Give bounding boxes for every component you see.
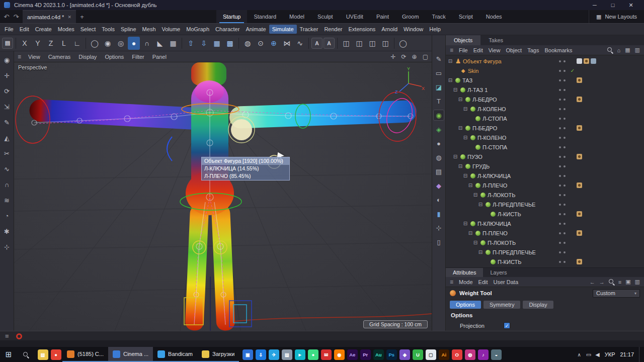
viewport[interactable]: Perspective Y X Z Объект Фигура [1920] (… bbox=[14, 62, 432, 331]
collapse-icon[interactable]: ⊟ bbox=[477, 202, 484, 207]
menu-create[interactable]: Create bbox=[32, 25, 55, 34]
mirror-tool-icon[interactable]: ⊙ bbox=[255, 37, 267, 50]
layout-tab-startup[interactable]: Startup bbox=[216, 10, 247, 23]
instagram-app-icon[interactable]: ◍ bbox=[465, 349, 475, 360]
object-tree-row[interactable]: ⊟П-ПРЕДПЛЕЧЬЕ bbox=[446, 247, 644, 257]
visibility-dots[interactable] bbox=[555, 108, 569, 110]
filter-icon[interactable]: ≡ bbox=[618, 279, 621, 285]
menu-file[interactable]: File bbox=[2, 25, 17, 34]
weight-paint-icon[interactable]: ● bbox=[128, 37, 140, 50]
axis-x-lock[interactable]: X bbox=[19, 37, 31, 50]
collapse-icon[interactable]: ⊟ bbox=[472, 192, 478, 198]
collapse-icon[interactable]: ⊟ bbox=[452, 154, 458, 159]
ring-tool-icon[interactable]: ◯ bbox=[89, 37, 101, 50]
layout-tab-paint[interactable]: Paint bbox=[370, 10, 395, 23]
grid-snap-icon[interactable]: ▦ bbox=[211, 37, 223, 50]
taskbar-app-bandicam[interactable]: Bandicam bbox=[153, 347, 197, 362]
objects-menu-edit[interactable]: Edit bbox=[473, 47, 483, 53]
render-picture-viewer-icon[interactable]: ◫ bbox=[353, 37, 365, 50]
layout-tab-model[interactable]: Model bbox=[283, 10, 311, 23]
collapse-icon[interactable]: ⊟ bbox=[462, 135, 468, 140]
uplay-app-icon[interactable]: U bbox=[413, 349, 423, 360]
object-tree-row[interactable]: ◆Skin✓ bbox=[446, 66, 644, 75]
menu-volume[interactable]: Volume bbox=[159, 25, 184, 34]
illustrator-app-icon[interactable]: Ai bbox=[439, 349, 449, 360]
material-sphere-icon[interactable]: ◯ bbox=[397, 37, 409, 50]
points-mode-icon[interactable]: ● bbox=[433, 138, 444, 149]
flag-tag-icon[interactable] bbox=[591, 58, 596, 64]
objects-burger-icon[interactable]: ≡ bbox=[450, 47, 453, 54]
forward-icon[interactable]: → bbox=[599, 279, 605, 285]
render-view-icon[interactable]: ◫ bbox=[340, 37, 352, 50]
undo-icon[interactable]: ↶ bbox=[3, 13, 11, 21]
weight-tag-icon[interactable] bbox=[577, 259, 582, 264]
objects-tab-takes[interactable]: Takes bbox=[480, 35, 511, 45]
collapse-icon[interactable]: ⊟ bbox=[447, 58, 453, 64]
weight-tag-icon[interactable] bbox=[577, 211, 582, 217]
back-icon[interactable]: ← bbox=[590, 279, 595, 285]
add-document-tab-button[interactable]: + bbox=[76, 10, 88, 23]
visibility-dots[interactable] bbox=[555, 60, 569, 62]
visibility-dots[interactable] bbox=[555, 185, 569, 187]
close-button[interactable]: ✕ bbox=[622, 2, 640, 9]
brush-tool-icon[interactable]: ✎ bbox=[2, 117, 13, 128]
object-tree-row[interactable]: ⊟П-ПЛЕЧО bbox=[446, 228, 644, 238]
redo-icon[interactable]: ↷ bbox=[12, 13, 20, 21]
display-tray-icon[interactable]: ▭ bbox=[586, 351, 591, 358]
visibility-dots[interactable] bbox=[555, 194, 569, 196]
model-mode-icon[interactable]: ▭ bbox=[433, 67, 444, 78]
object-axis-icon[interactable]: ▮ bbox=[433, 208, 444, 219]
object-tree-row[interactable]: ⊟Л-ПРЕДПЛЕЧЬЕ bbox=[446, 200, 644, 209]
search-icon[interactable] bbox=[609, 279, 614, 285]
object-tree-row[interactable]: П-СТОПА bbox=[446, 142, 644, 152]
search-icon[interactable] bbox=[607, 47, 613, 53]
axis-z-lock[interactable]: Z bbox=[45, 37, 57, 50]
snap-icon[interactable]: ✱ bbox=[2, 226, 13, 237]
polygons-mode-icon[interactable]: ▤ bbox=[433, 166, 444, 177]
lock-icon[interactable]: ▣ bbox=[625, 279, 630, 285]
weight-tag-icon[interactable] bbox=[577, 77, 582, 83]
weight-tag-icon[interactable] bbox=[577, 154, 582, 159]
weight-tag-icon[interactable] bbox=[577, 125, 582, 131]
object-tree-row[interactable]: ⊟П-ЛОКОТЬ bbox=[446, 238, 644, 247]
object-tree-row[interactable]: Л-КИСТЬ bbox=[446, 209, 644, 219]
bookmark-icon[interactable]: ▥ bbox=[635, 47, 640, 53]
menu-mograph[interactable]: MoGraph bbox=[183, 25, 212, 34]
panel-mode-icon[interactable]: ▥ bbox=[635, 279, 640, 285]
menu-edit[interactable]: Edit bbox=[17, 25, 32, 34]
axis-y-lock[interactable]: Y bbox=[32, 37, 44, 50]
weights-manager-icon[interactable]: ◍ bbox=[242, 37, 254, 50]
visibility-dots[interactable] bbox=[555, 223, 569, 225]
zoom-view-icon[interactable]: ⊕ bbox=[412, 53, 417, 60]
object-tree-row[interactable]: П-КИСТЬ bbox=[446, 257, 644, 266]
spline-tool-icon[interactable]: ∿ bbox=[294, 37, 306, 50]
subtab-display[interactable]: Display bbox=[523, 301, 553, 309]
snap-settings-icon[interactable]: ◈ bbox=[433, 124, 444, 135]
landscape-tool-icon[interactable]: ◣ bbox=[154, 37, 166, 50]
floor-tool-icon[interactable]: ▦ bbox=[167, 37, 179, 50]
paint-target-icon[interactable]: ⊕ bbox=[268, 37, 280, 50]
menu-simulate[interactable]: Simulate bbox=[269, 25, 297, 34]
arnold-ipr-icon[interactable]: A bbox=[324, 38, 335, 49]
object-tree-row[interactable]: ⊟Л-ЛОКОТЬ bbox=[446, 190, 644, 200]
spline-pen-icon[interactable]: ∿ bbox=[2, 163, 13, 174]
visibility-dots[interactable] bbox=[555, 79, 569, 81]
taskbar-app-cinema-[interactable]: Cinema ... bbox=[108, 347, 153, 362]
timeline-burger-icon[interactable]: ≡ bbox=[5, 332, 9, 340]
layout-tab-script[interactable]: Script bbox=[452, 10, 479, 23]
viewport-burger-icon[interactable]: ≡ bbox=[18, 53, 21, 60]
object-tree-row[interactable]: ⊟ТАЗ bbox=[446, 75, 644, 85]
preset-dropdown[interactable]: Custom ▾ bbox=[593, 289, 640, 298]
mail-app-icon[interactable]: ✉ bbox=[321, 349, 332, 360]
menu-tools[interactable]: Tools bbox=[99, 25, 118, 34]
axis-tool-icon[interactable]: ⊹ bbox=[2, 241, 13, 252]
smooth-tool-icon[interactable]: ≋ bbox=[2, 195, 13, 206]
edges-mode-icon[interactable]: ◍ bbox=[433, 152, 444, 163]
coord-system-icon[interactable]: L bbox=[58, 37, 70, 50]
objects-menu-bookmarks[interactable]: Bookmarks bbox=[544, 47, 572, 53]
layout-tab-track[interactable]: Track bbox=[426, 10, 452, 23]
object-tree-row[interactable]: ⊟ПУЗО bbox=[446, 152, 644, 161]
pan-view-icon[interactable]: ✛ bbox=[390, 53, 395, 60]
object-tree-row[interactable]: ⊟П-КЛЮЧИЦА bbox=[446, 219, 644, 228]
viewport-menu-filter[interactable]: Filter bbox=[132, 54, 144, 60]
